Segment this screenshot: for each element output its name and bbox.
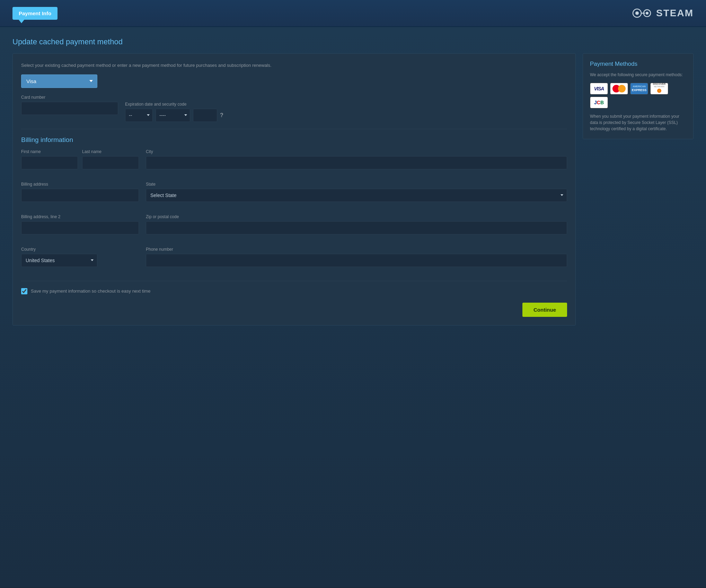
mastercard-icon <box>610 83 628 95</box>
card-expiry-row: Card number Expiration date and security… <box>21 95 567 122</box>
expiry-inputs: -- 0102 0304 0506 0708 0910 1112 ---- 20… <box>125 109 567 122</box>
zip-section: Zip or postal code <box>146 214 567 234</box>
first-name-section: First name <box>21 149 78 169</box>
mc-orange-circle <box>618 85 626 92</box>
payment-info-badge: Payment Info <box>12 7 58 20</box>
city-section: City <box>146 149 567 169</box>
main-content: Update cached payment method Select your… <box>0 27 706 587</box>
header: Payment Info STEAM <box>0 0 706 27</box>
billing-top-row: First name Last name City <box>21 149 567 176</box>
sidebar-title: Payment Methods <box>590 61 686 68</box>
phone-input[interactable] <box>146 254 567 267</box>
expiry-month-select[interactable]: -- 0102 0304 0506 0708 0910 1112 <box>125 109 153 122</box>
section-divider-1 <box>21 129 567 129</box>
billing-address2-input[interactable] <box>21 221 139 234</box>
zip-input[interactable] <box>146 221 567 234</box>
payment-type-select[interactable]: Visa MasterCard American Express Discove… <box>21 74 97 88</box>
cvv-help-icon[interactable]: ? <box>220 112 223 118</box>
content-layout: Select your existing cached payment meth… <box>12 53 694 326</box>
jcb-card-icon: JCB <box>590 97 608 108</box>
visa-card-icon: VISA <box>590 83 608 95</box>
city-label: City <box>146 149 567 154</box>
first-name-label: First name <box>21 149 78 154</box>
steam-label: STEAM <box>656 8 694 19</box>
state-label: State <box>146 182 567 187</box>
cvv-input[interactable] <box>193 109 217 122</box>
steam-logo: STEAM <box>632 6 694 20</box>
billing-address2-label: Billing address, line 2 <box>21 214 139 219</box>
phone-section: Phone number <box>146 247 567 267</box>
billing-address-section: Billing address <box>21 182 139 202</box>
discover-card-icon: DISCOVER NETWORK <box>650 83 668 95</box>
expiry-year-select[interactable]: ---- 20242025 20262027 20282029 2030 <box>156 109 190 122</box>
last-name-input[interactable] <box>82 156 139 169</box>
expiry-section: Expiration date and security code -- 010… <box>125 102 567 122</box>
svg-point-1 <box>635 11 639 15</box>
card-number-input[interactable] <box>21 102 118 115</box>
expiry-label: Expiration date and security code <box>125 102 567 107</box>
state-section: State Select State Alabama Alaska Arizon… <box>146 182 567 202</box>
card-number-section: Card number <box>21 95 118 115</box>
form-description: Select your existing cached payment meth… <box>21 62 567 69</box>
state-select[interactable]: Select State Alabama Alaska Arizona Cali… <box>146 189 567 202</box>
country-phone-row: Country United States Canada United King… <box>21 247 567 274</box>
save-payment-label: Save my payment information so checkout … <box>31 288 150 294</box>
sidebar-description: We accept the following secure payment m… <box>590 72 686 78</box>
name-fields: First name Last name <box>21 149 139 176</box>
billing-address2-section: Billing address, line 2 <box>21 214 139 234</box>
ssl-note: When you submit your payment information… <box>590 113 686 132</box>
save-payment-row: Save my payment information so checkout … <box>21 288 567 294</box>
country-section: Country United States Canada United King… <box>21 247 139 267</box>
steam-icon-svg <box>632 6 653 20</box>
country-label: Country <box>21 247 139 252</box>
country-select[interactable]: United States Canada United Kingdom Aust… <box>21 254 97 267</box>
continue-button[interactable]: Continue <box>522 303 567 317</box>
section-divider-2 <box>21 281 567 281</box>
page-title: Update cached payment method <box>12 37 694 46</box>
card-number-label: Card number <box>21 95 118 100</box>
billing-title: Billing information <box>21 136 567 144</box>
last-name-label: Last name <box>82 149 139 154</box>
save-payment-checkbox[interactable] <box>21 288 27 294</box>
amex-card-icon: AMERICAN EXPRESS <box>630 83 648 95</box>
billing-address-row: Billing address State Select State Alaba… <box>21 182 567 209</box>
sidebar-panel: Payment Methods We accept the following … <box>583 53 694 139</box>
phone-label: Phone number <box>146 247 567 252</box>
billing-address-input[interactable] <box>21 189 139 202</box>
card-icons: VISA AMERICAN EXPRESS DISCOVER <box>590 83 686 108</box>
city-input[interactable] <box>146 156 567 169</box>
form-panel: Select your existing cached payment meth… <box>12 53 576 326</box>
billing-address2-row: Billing address, line 2 Zip or postal co… <box>21 214 567 241</box>
svg-point-4 <box>646 12 648 15</box>
last-name-section: Last name <box>82 149 139 169</box>
zip-label: Zip or postal code <box>146 214 567 219</box>
billing-address-label: Billing address <box>21 182 139 187</box>
continue-row: Continue <box>21 303 567 317</box>
badge-label: Payment Info <box>19 10 51 16</box>
first-name-input[interactable] <box>21 156 78 169</box>
